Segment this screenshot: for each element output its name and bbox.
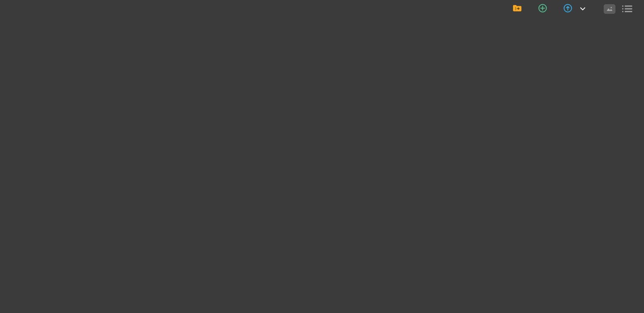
folder-share-icon xyxy=(513,5,522,13)
plus-circle-icon xyxy=(538,4,547,14)
top-bar xyxy=(0,0,644,17)
arrow-up-circle-icon xyxy=(563,4,572,14)
upload-button[interactable] xyxy=(563,4,576,14)
thumbnail-view-icon[interactable] xyxy=(604,4,615,14)
list-view-icon[interactable] xyxy=(622,5,632,13)
create-folder-button[interactable] xyxy=(538,4,551,14)
toolbar-actions xyxy=(513,4,632,14)
share-folder-button[interactable] xyxy=(513,5,526,13)
upload-chevron-down-icon[interactable] xyxy=(580,7,585,11)
filter-bar xyxy=(0,17,644,19)
